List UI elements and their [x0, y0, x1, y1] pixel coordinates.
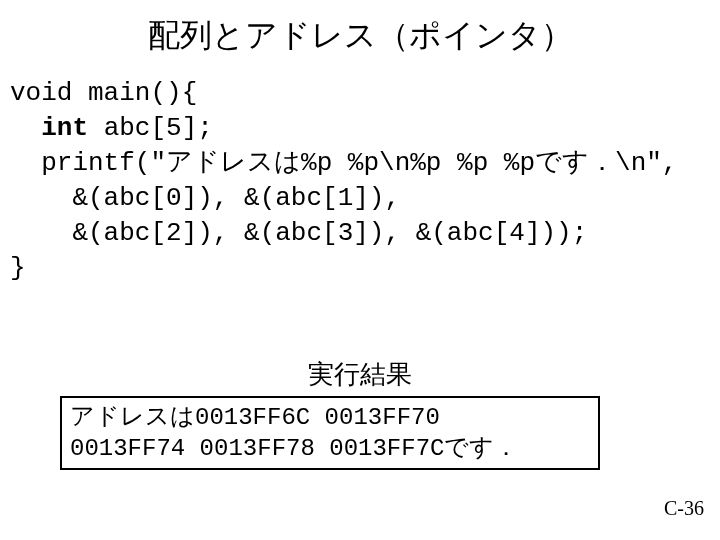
result-output-box: アドレスは0013FF6C 0013FF70 0013FF74 0013FF78…	[60, 396, 600, 470]
code-line-4: &(abc[0]), &(abc[1]),	[10, 183, 400, 213]
code-line-2-rest: abc[5];	[88, 113, 213, 143]
code-line-5: &(abc[2]), &(abc[3]), &(abc[4]));	[10, 218, 587, 248]
page-number: C-36	[664, 497, 704, 520]
keyword-int: int	[41, 113, 88, 143]
code-line-1: void main(){	[10, 78, 197, 108]
code-line-2-indent	[10, 113, 41, 143]
result-label: 実行結果	[0, 357, 720, 392]
code-line-6: }	[10, 253, 26, 283]
slide-title: 配列とアドレス（ポインタ）	[0, 14, 720, 58]
code-block: void main(){ int abc[5]; printf("アドレスは%p…	[10, 76, 720, 287]
code-line-3: printf("アドレスは%p %p\n%p %p %pです．\n",	[10, 148, 677, 178]
